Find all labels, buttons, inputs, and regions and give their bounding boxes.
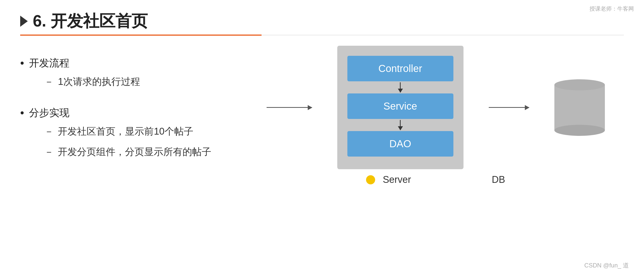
server-to-db-arrow [489,107,529,108]
arrow-line [267,107,312,108]
bullets-section: • 开发流程 － 1次请求的执行过程 • 分步实现 [20,51,247,176]
header: 6. 开发社区首页 [20,10,624,32]
server-label: Server [383,174,411,185]
service-block: Service [347,93,453,119]
db-container [554,79,605,136]
header-underline [20,35,624,36]
bullet-dot-1: • [20,56,24,70]
arrow-service-dao [400,120,401,130]
db-body [554,85,605,130]
diagram-wrapper: Controller Service DAO [267,46,605,169]
bullet-item-2: • 分步实现 － 开发社区首页，显示前10个帖子 － 开发分页组件，分页显示所有… [20,106,247,166]
page-title: 6. 开发社区首页 [33,10,148,32]
diagram-labels: Server DB [366,174,505,185]
sub-bullets-1: － 1次请求的执行过程 [44,75,140,88]
dao-block: DAO [347,131,453,157]
sub-dash-1-1: － [44,75,54,88]
slide-container: 授课老师：牛客网 6. 开发社区首页 • 开发流程 － 1次请求的执行过程 [0,0,644,274]
db-label-area: DB [492,174,505,185]
sub-bullet-text-2-1: 开发社区首页，显示前10个帖子 [58,125,193,138]
sub-bullet-text-1-1: 1次请求的执行过程 [58,75,140,88]
sub-bullet-2-2: － 开发分页组件，分页显示所有的帖子 [44,145,211,159]
server-box: Controller Service DAO [337,46,463,169]
sub-dash-2-1: － [44,125,54,138]
incoming-arrow [267,107,312,108]
db-label: DB [492,174,505,185]
server-label-area: Server [366,174,411,185]
sub-bullet-text-2-2: 开发分页组件，分页显示所有的帖子 [58,145,211,159]
sub-bullets-2: － 开发社区首页，显示前10个帖子 － 开发分页组件，分页显示所有的帖子 [44,125,211,159]
yellow-dot [366,175,375,184]
title-arrow-icon [20,16,28,27]
bullet-label-1: 开发流程 [29,57,69,68]
arrow-controller-service [400,82,401,92]
controller-block: Controller [347,56,453,81]
sub-bullet-2-1: － 开发社区首页，显示前10个帖子 [44,125,211,138]
watermark-top: 授课老师：牛客网 [589,5,634,13]
bullet-item-1: • 开发流程 － 1次请求的执行过程 [20,56,247,95]
bullet-label-2: 分步实现 [29,107,69,118]
sub-dash-2-2: － [44,145,54,159]
bullet-dot-2: • [20,106,24,120]
diagram-area: Controller Service DAO [247,46,624,185]
h-arrow-line [489,107,529,108]
db-bottom [554,125,605,136]
sub-bullet-1-1: － 1次请求的执行过程 [44,75,140,88]
db-shape [554,79,605,136]
content-area: • 开发流程 － 1次请求的执行过程 • 分步实现 [20,51,624,185]
db-top [554,79,605,90]
watermark-bottom: CSDN @fun_ 道 [584,261,629,269]
